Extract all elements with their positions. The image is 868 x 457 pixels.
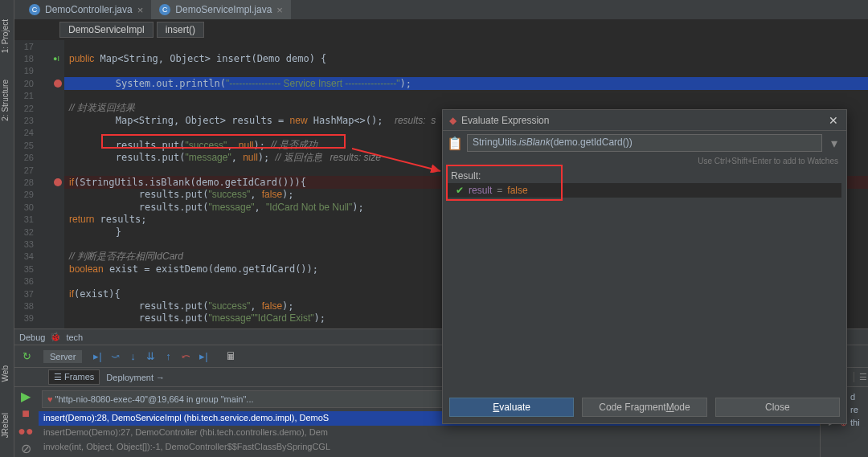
force-step-into-icon[interactable]: ⇊ bbox=[141, 348, 159, 365]
step-over-icon[interactable]: ⤻ bbox=[106, 348, 124, 365]
close-button[interactable]: Close bbox=[715, 398, 840, 417]
close-icon[interactable]: × bbox=[137, 4, 144, 16]
result-value[interactable]: ✔ result = false bbox=[448, 183, 841, 198]
debug-label: Debug bbox=[19, 333, 45, 342]
check-icon: ✔ bbox=[456, 185, 464, 196]
breadcrumb: DemoServiceImpl insert() bbox=[14, 19, 868, 40]
expression-input[interactable]: StringUtils.isBlank(demo.getIdCard()) bbox=[467, 134, 822, 152]
code-line[interactable] bbox=[64, 40, 868, 52]
code-line[interactable]: public Map<String, Object> insert(Demo d… bbox=[64, 52, 868, 64]
evaluate-button[interactable]: Evaluate bbox=[449, 398, 574, 417]
expand-icon[interactable]: ▾ bbox=[827, 136, 841, 150]
code-line[interactable]: System.out.println("---------------- Ser… bbox=[64, 77, 868, 89]
app-icon: ◆ bbox=[449, 115, 457, 126]
debug-config: tech bbox=[66, 333, 83, 342]
code-fragment-mode-button[interactable]: Code Fragment Mode bbox=[582, 398, 706, 417]
stop-icon[interactable]: ■ bbox=[16, 406, 35, 422]
run-to-cursor-icon[interactable]: ▸| bbox=[194, 348, 212, 365]
mute-breakpoints-icon[interactable]: ⊘ bbox=[16, 441, 35, 457]
tab-label: DemoServiceImpl.java bbox=[175, 4, 272, 15]
sidebar-tab-structure[interactable]: 2: Structure bbox=[0, 76, 10, 124]
tab-label: DemoController.java bbox=[45, 4, 133, 15]
evaluate-expression-dialog: ◆ Evaluate Expression ✕ 📋 StringUtils.is… bbox=[442, 109, 847, 424]
history-icon[interactable]: 📋 bbox=[448, 136, 462, 150]
show-execution-icon[interactable]: ▸| bbox=[88, 348, 106, 365]
result-label: Result: bbox=[443, 167, 846, 183]
editor-tabs: C DemoController.java × C DemoServiceImp… bbox=[14, 0, 868, 19]
sidebar-tab-project[interactable]: 1: Project bbox=[0, 16, 10, 56]
tab-demoserviceimpl[interactable]: C DemoServiceImpl.java × bbox=[151, 0, 291, 19]
step-into-icon[interactable]: ↓ bbox=[124, 348, 141, 365]
stack-frame[interactable]: invoke(int, Object, Object[]):-1, DemoCo… bbox=[39, 440, 820, 455]
breakpoints-icon[interactable]: ●● bbox=[16, 423, 35, 439]
breadcrumb-method[interactable]: insert() bbox=[157, 22, 204, 38]
code-line[interactable] bbox=[64, 90, 868, 102]
tab-democontroller[interactable]: C DemoController.java × bbox=[21, 0, 151, 19]
server-tab[interactable]: Server bbox=[43, 350, 82, 363]
java-class-icon: C bbox=[159, 4, 170, 15]
deployment-tab[interactable]: Deployment → bbox=[106, 373, 165, 382]
sidebar-tab-jrebel[interactable]: JRebel bbox=[0, 410, 10, 441]
frames-tab[interactable]: ☰ Frames bbox=[48, 369, 100, 385]
debug-bug-icon: 🐞 bbox=[50, 332, 61, 342]
sidebar-tab-web[interactable]: Web bbox=[0, 362, 10, 385]
breadcrumb-class[interactable]: DemoServiceImpl bbox=[59, 22, 154, 38]
java-class-icon: C bbox=[29, 4, 40, 15]
resume-icon[interactable]: ▶ bbox=[16, 389, 35, 405]
rerun-icon[interactable]: ↻ bbox=[18, 348, 35, 365]
dialog-title: Evaluate Expression bbox=[461, 115, 549, 126]
hint-text: Use Ctrl+Shift+Enter to add to Watches bbox=[443, 155, 846, 167]
drop-frame-icon[interactable]: ⤺ bbox=[177, 348, 194, 365]
close-icon[interactable]: × bbox=[276, 4, 283, 16]
stack-frame[interactable]: insertDemo(Demo):27, DemoController (hbi… bbox=[39, 426, 820, 440]
step-out-icon[interactable]: ↑ bbox=[159, 348, 177, 365]
code-line[interactable] bbox=[64, 65, 868, 77]
close-icon[interactable]: ✕ bbox=[827, 114, 840, 127]
evaluate-icon[interactable]: 🖩 bbox=[222, 348, 240, 365]
